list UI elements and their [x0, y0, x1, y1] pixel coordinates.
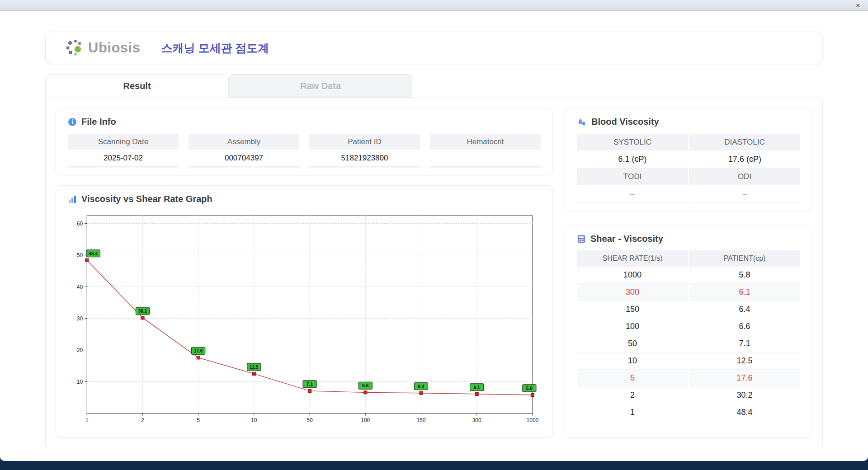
chart-area: 1020304050601251050100150300100048.430.2… — [68, 209, 541, 429]
bv-value-cell: 6.1 (cP) — [577, 150, 688, 169]
left-column: File Info Scanning Date2025-07-02Assembl… — [56, 108, 553, 438]
sv-shear-cell: 100 — [577, 318, 688, 335]
svg-text:30.2: 30.2 — [138, 309, 147, 314]
table-row: TODIODI — [577, 169, 800, 185]
svg-text:6.1: 6.1 — [474, 385, 480, 390]
bv-value-cell: – — [689, 185, 800, 203]
sv-patient-cell: 17.6 — [689, 370, 800, 387]
sv-shear-cell: 10 — [577, 352, 688, 370]
field-value: 2025-07-02 — [68, 150, 179, 167]
bv-header-cell: SYSTOLIC — [577, 134, 688, 150]
app-window: Ubiosis 스캐닝 모세관 점도계 ResultRaw Data File … — [0, 11, 868, 461]
table-row: 1006.6 — [577, 318, 800, 335]
table-row: 6.1 (cP)17.6 (cP) — [577, 150, 800, 169]
table-row: 230.2 — [577, 387, 800, 404]
sv-shear-cell: 5 — [577, 370, 688, 387]
file-info-field: Scanning Date2025-07-02 — [68, 134, 179, 167]
blood-viscosity-card: Blood Viscosity SYSTOLICDIASTOLIC6.1 (cP… — [565, 108, 812, 212]
table-row: 148.4 — [577, 404, 800, 421]
file-info-card: File Info Scanning Date2025-07-02Assembl… — [56, 108, 553, 175]
sv-shear-cell: 300 — [577, 284, 688, 301]
svg-text:7.1: 7.1 — [307, 382, 313, 387]
viscosity-chart: 1020304050601251050100150300100048.430.2… — [68, 209, 541, 429]
svg-text:60: 60 — [77, 221, 83, 227]
sv-header-cell: PATIENT(cp) — [689, 250, 800, 267]
svg-text:150: 150 — [416, 417, 425, 423]
svg-text:12.5: 12.5 — [250, 365, 259, 370]
shear-viscosity-title: Shear - Viscosity — [590, 234, 663, 244]
table-row: 1506.4 — [577, 301, 800, 318]
sv-patient-cell: 6.6 — [689, 318, 800, 335]
sv-patient-cell: 30.2 — [689, 387, 800, 404]
svg-text:300: 300 — [472, 417, 481, 423]
window-titlebar: × — [0, 0, 868, 11]
droplet-icon — [577, 117, 587, 127]
bv-value-cell: – — [577, 185, 688, 203]
svg-text:50: 50 — [77, 252, 83, 258]
field-value: 000704397 — [189, 150, 299, 167]
result-panel: File Info Scanning Date2025-07-02Assembl… — [45, 98, 823, 448]
calculator-icon — [577, 235, 586, 244]
table-row: 1012.5 — [577, 352, 800, 370]
tab-raw-data[interactable]: Raw Data — [229, 74, 412, 98]
sv-shear-cell: 150 — [577, 301, 688, 318]
svg-text:10: 10 — [251, 417, 257, 423]
file-info-fields: Scanning Date2025-07-02Assembly000704397… — [68, 134, 541, 167]
svg-text:6.6: 6.6 — [362, 383, 368, 388]
file-info-field: Hematocrit — [430, 134, 541, 167]
bv-value-cell: 17.6 (cP) — [689, 150, 800, 169]
field-label: Assembly — [189, 134, 299, 150]
table-header-row: SHEAR RATE(1/s)PATIENT(cp) — [577, 250, 800, 267]
blood-viscosity-title: Blood Viscosity — [591, 117, 659, 127]
field-label: Patient ID — [309, 134, 420, 150]
table-row: 507.1 — [577, 335, 800, 352]
bar-chart-icon — [68, 195, 77, 204]
header-card: Ubiosis 스캐닝 모세관 점도계 — [45, 32, 823, 64]
bv-header-cell: TODI — [577, 169, 688, 185]
svg-text:48.4: 48.4 — [89, 251, 98, 256]
bv-header-cell: ODI — [689, 169, 800, 185]
table-row: 10005.8 — [577, 267, 800, 284]
graph-title: Viscosity vs Shear Rate Graph — [81, 194, 212, 204]
field-value — [430, 150, 541, 167]
info-icon — [68, 118, 77, 127]
svg-text:5.8: 5.8 — [526, 386, 533, 391]
sv-patient-cell: 12.5 — [689, 352, 800, 370]
right-column: Blood Viscosity SYSTOLICDIASTOLIC6.1 (cP… — [565, 108, 812, 438]
svg-text:20: 20 — [77, 347, 83, 353]
shear-viscosity-card: Shear - Viscosity SHEAR RATE(1/s)PATIENT… — [565, 225, 812, 438]
sv-patient-cell: 48.4 — [689, 404, 800, 421]
svg-text:50: 50 — [307, 417, 313, 423]
file-info-field: Assembly000704397 — [189, 134, 299, 167]
close-icon[interactable]: × — [854, 2, 862, 9]
graph-card: Viscosity vs Shear Rate Graph 1020304050… — [56, 185, 553, 438]
sv-patient-cell: 6.1 — [689, 284, 800, 301]
logo-text: Ubiosis — [88, 40, 140, 56]
table-row: 517.6 — [577, 370, 800, 387]
sv-shear-cell: 1000 — [577, 267, 688, 284]
table-row: 3006.1 — [577, 284, 800, 301]
svg-text:1: 1 — [85, 417, 89, 423]
ubiosis-logo: Ubiosis — [65, 39, 140, 57]
table-row: SYSTOLICDIASTOLIC — [577, 134, 800, 150]
field-label: Hematocrit — [430, 134, 541, 150]
svg-text:30: 30 — [77, 315, 83, 322]
app-title: 스캐닝 모세관 점도계 — [161, 41, 269, 56]
svg-text:5: 5 — [197, 417, 200, 423]
svg-text:40: 40 — [77, 284, 83, 290]
shear-viscosity-table: SHEAR RATE(1/s)PATIENT(cp)10005.83006.11… — [577, 250, 800, 421]
sv-patient-cell: 6.4 — [689, 301, 800, 318]
file-info-field: Patient ID51821923800 — [309, 134, 420, 167]
file-info-title: File Info — [81, 117, 116, 127]
bv-header-cell: DIASTOLIC — [689, 134, 800, 150]
blood-viscosity-table: SYSTOLICDIASTOLIC6.1 (cP)17.6 (cP)TODIOD… — [577, 134, 800, 203]
logo-dots-icon — [65, 39, 85, 57]
svg-text:100: 100 — [361, 417, 370, 423]
sv-patient-cell: 5.8 — [689, 267, 800, 284]
sv-shear-cell: 2 — [577, 387, 688, 404]
sv-shear-cell: 50 — [577, 335, 688, 352]
tab-result[interactable]: Result — [45, 74, 229, 98]
sv-shear-cell: 1 — [577, 404, 688, 421]
sv-header-cell: SHEAR RATE(1/s) — [577, 250, 688, 267]
sv-patient-cell: 7.1 — [689, 335, 800, 352]
